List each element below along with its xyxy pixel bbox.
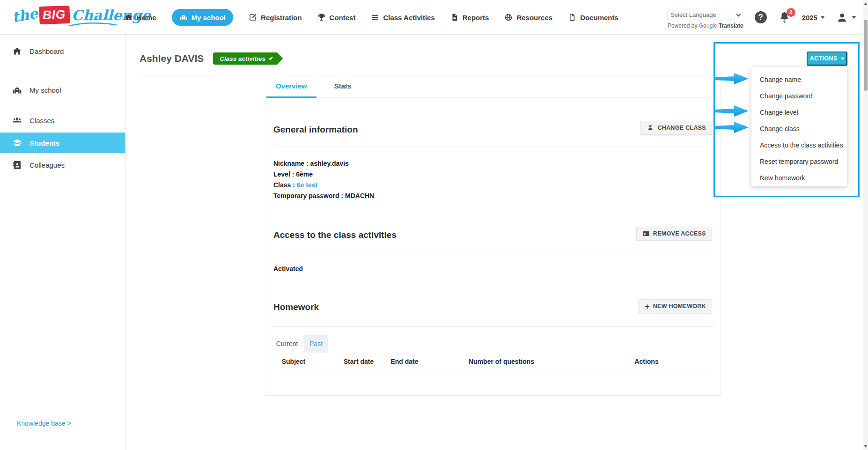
homework-heading: Homework [273,302,319,312]
google-translate-widget: Select Language Powered by Google Transl… [668,10,743,29]
address-book-icon [12,160,22,170]
home-icon [125,13,133,22]
menu-item-access-class-activities[interactable]: Access to the class activities [751,137,847,153]
annotation-arrow [714,73,749,85]
page-header: Ashley DAVIS Class activities ✔ [140,52,277,65]
divider [273,371,714,371]
nav-item-my-school[interactable]: My school [172,9,233,26]
actions-button[interactable]: ACTIONS [807,52,847,66]
navbar-right-cluster: Select Language Powered by Google Transl… [668,0,856,35]
student-detail-card: Overview Stats General information CHANG… [266,75,721,396]
plus-icon: + [645,302,649,310]
scrollbar-thumb[interactable] [864,20,868,91]
logo-the: the [11,5,39,25]
top-navbar: the BIG Challenge Home My school Registr… [0,0,868,35]
student-icon [647,124,654,132]
caret-down-icon [841,58,845,60]
home-icon [12,46,22,56]
menu-item-change-level[interactable]: Change level [751,104,847,120]
help-button[interactable]: ? [755,11,767,23]
document-file-icon [568,13,576,22]
report-file-icon [450,13,459,22]
nav-item-contest[interactable]: Contest [317,13,356,22]
sidebar: Dashboard My school Classes Students Col… [0,35,125,450]
menu-item-change-class[interactable]: Change class [751,120,847,137]
field-class: Class : 6e test [273,181,317,189]
nav-item-home[interactable]: Home [125,13,156,22]
detail-tabs: Overview Stats [266,75,721,97]
column-header-subject: Subject [282,358,306,365]
trophy-icon [317,13,326,22]
user-menu[interactable] [836,11,856,24]
tab-stats[interactable]: Stats [330,75,356,97]
id-card-icon [642,230,650,237]
caret-down-icon [852,16,856,19]
class-activities-badge: Class activities ✔ [213,52,277,65]
main-nav: Home My school Registration Contest Clas… [125,0,618,35]
divider [273,326,714,327]
general-information-heading: General information [273,125,358,135]
field-nickname: Nickname : ashley.davis [273,160,349,167]
check-icon: ✔ [269,55,273,62]
scroll-down-button[interactable] [863,443,868,450]
sidebar-item-dashboard[interactable]: Dashboard [0,42,125,60]
notifications-button[interactable]: 2 [778,11,791,24]
school-icon [179,13,188,22]
pen-square-icon [249,13,257,22]
homework-tab-past[interactable]: Past [304,335,328,353]
divider [273,253,714,253]
notification-badge: 2 [787,8,795,17]
annotation-arrow [714,121,749,133]
change-class-button[interactable]: CHANGE CLASS [640,121,712,135]
google-translate-attribution: Powered by Google Translate [668,22,743,29]
school-icon [12,85,22,95]
scroll-up-button[interactable] [863,0,868,7]
triangle-up-icon [864,2,868,5]
sidebar-item-colleagues[interactable]: Colleagues [0,155,125,174]
list-icon [371,13,379,22]
year-dropdown[interactable]: 2025 [802,14,824,22]
column-header-start-date: Start date [344,358,374,365]
question-mark-icon: ? [758,13,763,22]
access-heading: Access to the class activities [273,230,397,240]
column-header-end-date: End date [390,358,418,365]
field-temporary-password: Temporary password : MDACHN [273,192,374,199]
globe-icon [504,13,513,22]
remove-access-button[interactable]: REMOVE ACCESS [636,227,712,241]
annotation-arrow [714,105,749,117]
page-title: Ashley DAVIS [140,53,204,64]
nav-item-reports[interactable]: Reports [450,13,489,22]
caret-down-icon [821,16,824,19]
nav-item-resources[interactable]: Resources [504,13,552,22]
actions-dropdown: Change name Change password Change level… [751,67,847,186]
user-icon [836,11,848,24]
menu-item-new-homework[interactable]: New homework [751,170,847,186]
menu-item-change-password[interactable]: Change password [751,88,847,104]
sidebar-item-classes[interactable]: Classes [0,111,125,130]
field-level: Level : 6ème [273,170,313,178]
scrollbar[interactable] [863,0,868,450]
logo-swash [69,22,118,28]
menu-item-change-name[interactable]: Change name [751,71,847,88]
sidebar-item-students[interactable]: Students [0,133,125,153]
access-status: Activated [273,265,303,273]
triangle-down-icon [864,445,868,448]
knowledge-base-link[interactable]: Knowledge base > [17,420,71,427]
people-icon [12,116,22,125]
nav-item-class-activities[interactable]: Class Activities [371,13,434,22]
divider [273,147,714,147]
new-homework-button[interactable]: + NEW HOMEWORK [639,299,712,313]
menu-item-reset-temporary-password[interactable]: Reset temporary password [751,153,847,170]
column-header-number-of-questions: Number of questions [469,358,534,365]
logo-big: BIG [39,6,70,24]
sidebar-item-my-school[interactable]: My school [0,81,125,99]
language-select[interactable]: Select Language [668,10,731,20]
nav-item-registration[interactable]: Registration [249,13,302,22]
nav-item-documents[interactable]: Documents [568,13,618,22]
column-header-actions: Actions [634,358,658,365]
homework-tab-current[interactable]: Current [273,335,301,353]
chevron-down-icon [736,12,741,16]
tab-overview[interactable]: Overview [266,75,316,98]
class-link[interactable]: 6e test [297,181,317,189]
graduate-icon [12,138,22,148]
